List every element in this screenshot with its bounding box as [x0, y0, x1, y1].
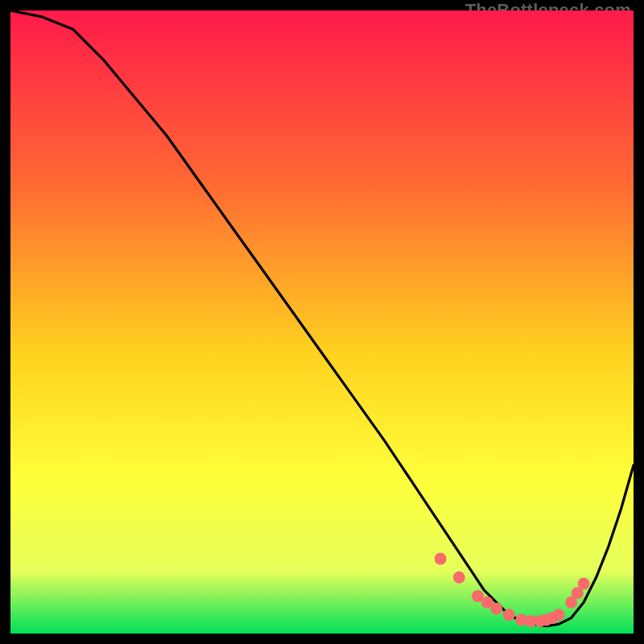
background-gradient: [10, 10, 634, 634]
scatter-point: [490, 603, 502, 615]
scatter-point: [578, 578, 590, 590]
bottleneck-chart: [10, 10, 634, 634]
chart-container: TheBottleneck.com: [0, 0, 644, 644]
scatter-point: [435, 553, 447, 565]
scatter-point: [553, 609, 565, 621]
scatter-point: [453, 572, 465, 584]
scatter-point: [503, 609, 515, 621]
